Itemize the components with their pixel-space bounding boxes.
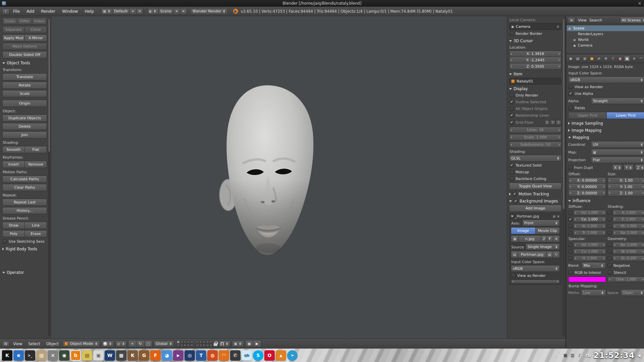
- grid-floor-checkbox[interactable]: [509, 120, 514, 125]
- item-panel-header[interactable]: Item: [509, 71, 561, 77]
- diffuse-color-slider[interactable]: Co: 1.000: [573, 217, 606, 222]
- outliner-item-camera[interactable]: ◉ Camera: [572, 43, 644, 48]
- taskbar-icon-launcher[interactable]: K: [2, 350, 12, 361]
- taskbar-icon-skype[interactable]: S: [253, 350, 263, 361]
- shading-emit-slider[interactable]: E: 1.000: [612, 217, 644, 222]
- upper-first-button[interactable]: Upper First: [568, 112, 607, 119]
- image-tab-button[interactable]: Image: [511, 227, 536, 234]
- only-render-checkbox[interactable]: [509, 93, 514, 98]
- duplicate-objects-button[interactable]: Duplicate Objects: [2, 115, 47, 122]
- diffuse-intensity-slider[interactable]: Int: 1.000: [573, 210, 606, 216]
- local-camera-field[interactable]: ◉ Camera ×: [509, 23, 561, 30]
- select-menu[interactable]: Select: [26, 341, 42, 347]
- taskbar-icon-qbittorrent[interactable]: qb: [241, 350, 252, 361]
- window-close-button[interactable]: ×: [637, 1, 642, 6]
- outliner-item-scene[interactable]: ◐ Scene: [567, 25, 644, 31]
- rotate-button[interactable]: Rotate: [2, 82, 47, 89]
- snap-element-dropdown[interactable]: ▣: [232, 341, 244, 347]
- tray-volume-icon[interactable]: ♪: [577, 352, 583, 358]
- diffuse-translucency-slider[interactable]: Tr: 1.000: [573, 230, 606, 236]
- taskbar-icon-chromium[interactable]: ◕: [162, 350, 172, 361]
- tab-render[interactable]: ◉: [568, 55, 574, 62]
- insert-keyframe-button[interactable]: Insert: [2, 161, 25, 168]
- menu-render[interactable]: Render: [38, 8, 58, 15]
- diffuse-intensity-checkbox[interactable]: [568, 211, 572, 215]
- object-menu[interactable]: Object: [44, 341, 61, 347]
- taskbar-icon-firefox[interactable]: F: [150, 350, 161, 361]
- origin-button[interactable]: Origin: [2, 100, 47, 107]
- difference-button[interactable]: Differ: [17, 18, 32, 25]
- diffuse-translucency-checkbox[interactable]: [568, 231, 572, 235]
- gp-line-button[interactable]: Line: [25, 222, 47, 229]
- taskbar-icon-writer[interactable]: W: [105, 350, 115, 361]
- layers-grid-left[interactable]: [177, 341, 193, 347]
- shade-smooth-button[interactable]: Smooth: [2, 146, 25, 153]
- use-sketching-checkbox[interactable]: [3, 239, 7, 244]
- sculpted-head-mesh[interactable]: [205, 83, 330, 261]
- alpha-mode-dropdown[interactable]: Straight: [591, 98, 644, 104]
- influence-panel-header[interactable]: Influence: [568, 197, 644, 203]
- specular-color-checkbox[interactable]: [568, 250, 572, 254]
- taskbar-icon-vlc[interactable]: ▲: [276, 350, 286, 361]
- axis-dropdown[interactable]: Front: [522, 220, 560, 226]
- taskbar-icon-disc[interactable]: ◎: [184, 350, 195, 361]
- geometry-warp-slider[interactable]: W: 0.000: [612, 249, 644, 254]
- intersect-button[interactable]: Inters: [32, 18, 47, 25]
- fields-row[interactable]: Fields: [568, 105, 644, 111]
- eye-icon[interactable]: ◎: [553, 215, 556, 218]
- offset-y-slider[interactable]: Y: 0.00000: [568, 184, 606, 190]
- shading-emit-checkbox[interactable]: [607, 218, 611, 222]
- shading-mirror-checkbox[interactable]: [607, 224, 611, 228]
- join-button[interactable]: Join: [2, 131, 47, 138]
- grid-subdivisions-slider[interactable]: Subdivisions: 10: [509, 141, 561, 148]
- motion-tracking-panel-header[interactable]: Motion Tracking: [509, 191, 561, 197]
- layers-grid-right[interactable]: [196, 341, 212, 347]
- editor-type-outliner-icon[interactable]: ≡: [568, 17, 575, 23]
- x-mirror-button[interactable]: X-Mirror: [25, 35, 47, 42]
- use-alpha-checkbox[interactable]: [569, 92, 573, 96]
- clipped-slider[interactable]: [511, 280, 560, 284]
- translate-button[interactable]: Translate: [2, 73, 47, 80]
- editor-type-3d-icon[interactable]: ⊞: [2, 341, 9, 347]
- pivot-point-dropdown[interactable]: ◎: [115, 341, 127, 347]
- history-button[interactable]: History...: [2, 207, 47, 214]
- size-y-slider[interactable]: Y: 1.00: [607, 184, 644, 190]
- axis-z-dropdown[interactable]: Z: [635, 164, 644, 171]
- toggle-quad-view-button[interactable]: Toggle Quad View: [509, 183, 561, 190]
- from-dupli-checkbox[interactable]: [568, 166, 573, 170]
- bump-space-dropdown[interactable]: Objec: [621, 289, 644, 296]
- cursor-z-slider[interactable]: Z: 0.3505: [509, 63, 561, 70]
- taskbar-icon-documents[interactable]: ▣: [93, 350, 104, 361]
- tab-world[interactable]: ◍: [582, 55, 588, 62]
- tab-object-data[interactable]: ▽: [610, 55, 616, 62]
- motion-tracking-checkbox[interactable]: [513, 192, 517, 196]
- outliner-search-menu[interactable]: Search: [589, 18, 602, 22]
- negative-checkbox[interactable]: [607, 263, 612, 268]
- union-button[interactable]: Union: [2, 18, 17, 25]
- clear-paths-button[interactable]: Clear Paths: [2, 184, 47, 191]
- texture-color-swatch[interactable]: [568, 277, 606, 282]
- render-border-checkbox[interactable]: [509, 32, 514, 36]
- view-as-render-checkbox[interactable]: [511, 274, 516, 278]
- display-panel-header[interactable]: Display: [509, 85, 561, 92]
- taskbar-icon-blender[interactable]: b: [70, 350, 81, 361]
- negative-row[interactable]: Negative: [607, 262, 644, 269]
- render-animation-icon[interactable]: ▶: [253, 340, 261, 347]
- menu-help[interactable]: Help: [82, 8, 97, 15]
- reload-file-button[interactable]: ↻: [553, 251, 560, 258]
- grid-scale-slider[interactable]: Scale: 1.000: [509, 134, 561, 140]
- delete-button[interactable]: Delete: [2, 123, 47, 130]
- size-x-slider[interactable]: X: 1.00: [607, 177, 644, 184]
- cursor-panel-header[interactable]: 3D Cursor: [509, 38, 561, 44]
- tab-scene[interactable]: ▤: [575, 55, 581, 62]
- layout-add-button[interactable]: +: [129, 8, 136, 15]
- taskbar-clock[interactable]: 21:52:34: [594, 351, 635, 360]
- tray-device-icon[interactable]: ▥: [570, 352, 576, 358]
- file-icon-button[interactable]: ▤: [511, 251, 518, 258]
- outline-selected-row[interactable]: Outline Selected: [509, 99, 561, 105]
- relationship-lines-checkbox[interactable]: [509, 113, 514, 118]
- panel-hide-arrow-icon[interactable]: ◀: [637, 353, 641, 358]
- image-users-button[interactable]: 2: [541, 235, 547, 242]
- taskbar-icon-utilities[interactable]: ×: [48, 350, 58, 361]
- gp-draw-button[interactable]: Draw: [2, 222, 25, 229]
